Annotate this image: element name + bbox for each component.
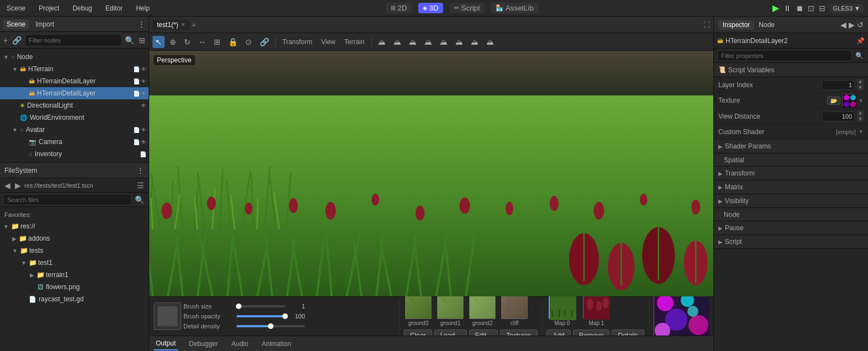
- tool-select-button[interactable]: ↖: [152, 36, 165, 48]
- terrain-tool-5[interactable]: ⛰: [437, 36, 450, 48]
- tool-lock-button[interactable]: 🔒: [225, 36, 240, 48]
- view-distance-down[interactable]: ▼: [857, 116, 864, 122]
- pause-button[interactable]: ⏸: [783, 4, 791, 13]
- tree-item-detail-layer-1[interactable]: ▼ 🏔 HTerrainDetailLayer 📄 👁: [0, 75, 149, 87]
- texture-load-button[interactable]: 📂: [827, 97, 840, 105]
- view-distance-up[interactable]: ▲: [857, 110, 864, 116]
- fs-item-addons[interactable]: ▶ 📁 addons: [0, 232, 149, 244]
- inspector-history-next[interactable]: ▶: [849, 20, 855, 29]
- fs-item-tests[interactable]: ▼ 📁 tests: [0, 244, 149, 257]
- tree-item-inventory[interactable]: ▼ ○ Inventory 📄: [0, 148, 149, 160]
- detail-density-track[interactable]: [236, 325, 305, 327]
- tab-audio[interactable]: Audio: [229, 338, 251, 350]
- tab-debugger[interactable]: Debugger: [187, 338, 220, 350]
- fs-layout-button[interactable]: ☰: [136, 180, 145, 191]
- viewport-maximize-button[interactable]: ⛶: [703, 21, 710, 29]
- filter-search-icon[interactable]: 🔍: [854, 51, 865, 61]
- fs-item-flowers[interactable]: 🖼 flowers.png: [0, 281, 149, 293]
- tool-pivot-button[interactable]: ⊞: [211, 36, 223, 48]
- tree-item-camera[interactable]: ▼ 📷 Camera 📄 👁: [0, 136, 149, 148]
- texture-chevron[interactable]: ▼: [858, 98, 864, 104]
- brush-size-track[interactable]: [236, 305, 285, 307]
- terrain-tool-3[interactable]: ⛰: [406, 36, 419, 48]
- script-vars-header[interactable]: 📜 Script Variables: [714, 63, 868, 77]
- play-button[interactable]: ▶: [772, 3, 779, 13]
- tree-item-worldenv[interactable]: ▼ 🌐 WorldEnvironment: [0, 111, 149, 124]
- terrain-tool-8[interactable]: ⛰: [483, 36, 497, 48]
- fs-item-raycast[interactable]: 📄 raycast_test.gd: [0, 293, 149, 305]
- menu-project[interactable]: Project: [36, 3, 61, 13]
- link-node-button[interactable]: 🔗: [11, 35, 23, 46]
- fs-item-test1[interactable]: ▼ 📁 test1: [0, 257, 149, 269]
- map-0-thumb[interactable]: Map 0: [546, 291, 577, 327]
- fs-forward-button[interactable]: ▶: [14, 180, 22, 191]
- texture-cliff[interactable]: cliff: [500, 291, 529, 327]
- tab-scene[interactable]: Scene: [3, 19, 29, 29]
- render-movie-button[interactable]: ⊡: [808, 4, 814, 13]
- brush-size-thumb[interactable]: [236, 304, 241, 309]
- texture-ground0[interactable]: ground0: [404, 291, 433, 327]
- texture-ground2[interactable]: ground2: [468, 291, 497, 327]
- inspector-pin-button[interactable]: 📌: [856, 37, 865, 45]
- detail-density-thumb[interactable]: [268, 323, 273, 329]
- shader-params-header[interactable]: ▶ Shader Params: [714, 140, 868, 153]
- tree-item-dirlight[interactable]: ▼ ✳ DirectionalLight 👁: [0, 99, 149, 111]
- tab-animation[interactable]: Animation: [259, 338, 293, 350]
- texture-ground1[interactable]: ground1: [436, 291, 465, 327]
- mode-script-button[interactable]: ✏ Script: [450, 3, 485, 13]
- fs-back-button[interactable]: ◀: [3, 180, 12, 191]
- script-header[interactable]: ▶ Script: [714, 235, 868, 248]
- menu-debug[interactable]: Debug: [70, 3, 94, 13]
- fs-item-res[interactable]: ▼ 📁 res://: [0, 220, 149, 232]
- tool-move-button[interactable]: ⊕: [167, 36, 179, 48]
- scene-extra-button[interactable]: ⊞: [138, 35, 146, 46]
- tab-import[interactable]: Import: [32, 19, 57, 29]
- tree-item-detail-layer-2[interactable]: ▼ 🏔 HTerrainDetailLayer 📄 👁: [0, 87, 149, 99]
- tool-rotate-button[interactable]: ↻: [181, 36, 193, 48]
- pause-header[interactable]: ▶ Pause: [714, 221, 868, 235]
- tab-output[interactable]: Output: [154, 337, 178, 350]
- matrix-header[interactable]: ▶ Matrix: [714, 180, 868, 194]
- brush-opacity-track[interactable]: [236, 315, 285, 317]
- tool-transform-button[interactable]: Transform: [279, 36, 315, 47]
- node-tab[interactable]: Node: [754, 20, 779, 30]
- viewport[interactable]: Perspective: [149, 51, 713, 296]
- menu-help[interactable]: Help: [134, 3, 152, 13]
- terrain-tool-7[interactable]: ⛰: [468, 36, 481, 48]
- add-node-button[interactable]: +: [2, 35, 9, 46]
- map-1-thumb[interactable]: Map 1: [581, 291, 612, 327]
- tool-bones-button[interactable]: 🔗: [257, 36, 272, 48]
- terrain-tool-2[interactable]: ⛰: [391, 36, 404, 48]
- visibility-header[interactable]: ▶ Visibility: [714, 194, 868, 208]
- stop-button[interactable]: ⏹: [796, 4, 803, 13]
- terrain-tool-1[interactable]: ⛰: [375, 36, 388, 48]
- spatial-section-header[interactable]: ○ Spatial: [714, 153, 868, 167]
- gles-button[interactable]: GLES3 ▼: [830, 4, 864, 13]
- mode-assetlib-button[interactable]: 🏪 AssetLib: [491, 3, 538, 13]
- viewport-tab-test1[interactable]: test1(*) ✕: [152, 20, 190, 30]
- mode-3d-button[interactable]: ◈ 3D: [418, 3, 443, 13]
- filter-nodes-input[interactable]: [25, 34, 122, 46]
- menu-scene[interactable]: Scene: [4, 3, 28, 13]
- scene-search-button[interactable]: 🔍: [124, 35, 135, 46]
- layer-index-down[interactable]: ▼: [857, 85, 864, 91]
- terrain-tool-4[interactable]: ⛰: [422, 36, 435, 48]
- view-distance-input[interactable]: [822, 111, 855, 121]
- layer-index-input[interactable]: [822, 80, 855, 90]
- fs-search-input[interactable]: [3, 194, 131, 205]
- node-section-header[interactable]: ○ Node: [714, 208, 868, 221]
- terrain-tool-6[interactable]: ⛰: [453, 36, 466, 48]
- tree-item-hterrain[interactable]: ▼ 🏔 HTerrain 📄 👁: [0, 63, 149, 75]
- fs-item-terrain1[interactable]: ▶ 📁 terrain1: [0, 269, 149, 281]
- render-frame-button[interactable]: ⊟: [819, 4, 825, 13]
- tool-terrain-button[interactable]: Terrain: [341, 36, 368, 47]
- tree-item-node[interactable]: ▼ ○ Node: [0, 51, 149, 63]
- custom-shader-chevron[interactable]: ▼: [858, 129, 864, 135]
- transform-header[interactable]: ▶ Transform: [714, 167, 868, 180]
- fs-search-button[interactable]: 🔍: [134, 194, 145, 205]
- tool-group-button[interactable]: ⊙: [243, 36, 255, 48]
- scene-options-button[interactable]: ⋮: [138, 20, 145, 29]
- brush-opacity-thumb[interactable]: [282, 313, 288, 319]
- layer-index-up[interactable]: ▲: [857, 79, 864, 84]
- viewport-add-tab[interactable]: +: [192, 20, 196, 29]
